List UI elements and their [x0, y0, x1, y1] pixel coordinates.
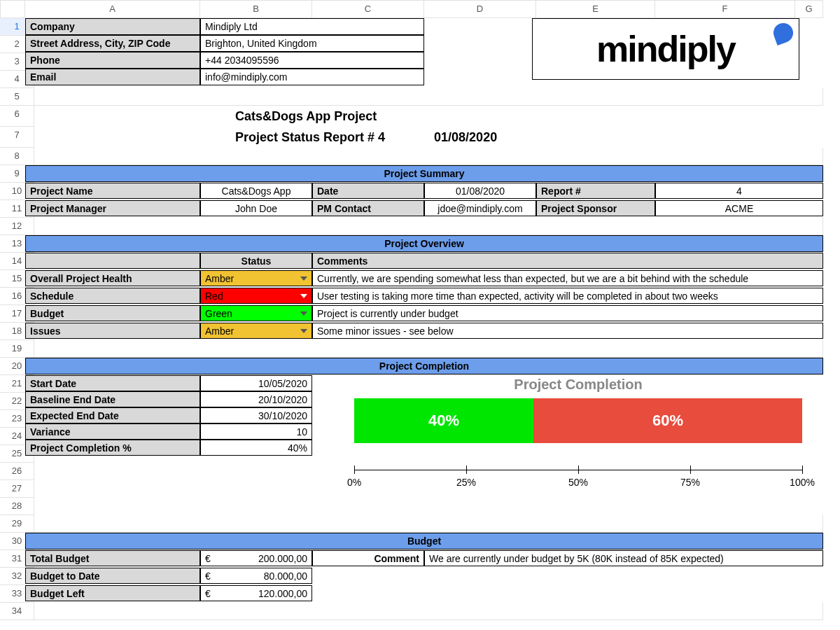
start-date[interactable]: 10/05/2020 — [200, 375, 312, 391]
overview-comment[interactable]: Some minor issues - see below — [312, 323, 823, 339]
empty-cell[interactable] — [25, 340, 823, 358]
project-name[interactable]: Cats&Dogs App — [200, 183, 312, 199]
status-dropdown[interactable]: Amber — [200, 323, 312, 339]
col-header[interactable]: C — [312, 0, 424, 18]
date-value[interactable]: 01/08/2020 — [424, 183, 536, 199]
col-header[interactable]: B — [200, 0, 312, 18]
section-completion: Project Completion — [25, 358, 823, 374]
section-overview: Project Overview — [25, 235, 823, 252]
completion-pct[interactable]: 40% — [200, 440, 312, 456]
chart-axis-label: 100% — [790, 477, 815, 488]
completion-pct-label: Project Completion % — [25, 440, 200, 456]
company-label: Company — [25, 18, 200, 35]
report-num-label: Report # — [536, 183, 655, 199]
col-header[interactable]: G — [795, 0, 823, 18]
empty-cell[interactable] — [25, 603, 823, 620]
col-header[interactable]: A — [25, 0, 200, 18]
contact-value[interactable]: jdoe@mindiply.com — [424, 200, 536, 216]
report-title: Project Status Report # 4 — [235, 130, 385, 145]
overview-comments-header: Comments — [312, 253, 823, 269]
address-value[interactable]: Brighton, United Kingdom — [200, 35, 424, 52]
total-budget-label: Total Budget — [25, 550, 200, 566]
section-summary: Project Summary — [25, 165, 823, 182]
col-header[interactable]: D — [424, 0, 536, 18]
section-budget: Budget — [25, 533, 823, 550]
overview-status-header: Status — [200, 253, 312, 269]
company-value[interactable]: Mindiply Ltd — [200, 18, 424, 35]
budget-comment[interactable]: We are currently under budget by 5K (80K… — [424, 550, 823, 566]
overview-label: Schedule — [25, 288, 200, 304]
chart-title: Project Completion — [354, 377, 802, 393]
status-dropdown[interactable]: Green — [200, 305, 312, 321]
empty-cell[interactable] — [25, 148, 823, 165]
status-dropdown[interactable]: Amber — [200, 270, 312, 286]
baseline-date-label: Baseline End Date — [25, 391, 200, 407]
chart-axis-label: 25% — [456, 477, 476, 488]
overview-comment[interactable]: Project is currently under budget — [312, 305, 823, 321]
chart-axis-label: 50% — [568, 477, 588, 488]
phone-label: Phone — [25, 52, 200, 69]
logo-dot-icon — [771, 20, 796, 46]
spreadsheet-grid: A B C D E F G 1 Company Mindiply Ltd Str… — [0, 0, 840, 620]
chart-axis-label: 75% — [680, 477, 700, 488]
chevron-down-icon — [300, 276, 307, 281]
contact-label: PM Contact — [312, 200, 424, 216]
chart-segment: 40% — [354, 398, 533, 443]
expected-date[interactable]: 30/10/2020 — [200, 407, 312, 424]
col-header[interactable]: E — [536, 0, 655, 18]
report-num[interactable]: 4 — [655, 183, 823, 199]
chart-axis-label: 0% — [347, 477, 361, 488]
budget-todate-value[interactable]: €80.000,00 — [200, 568, 312, 584]
company-logo: mindiply — [532, 18, 799, 80]
overview-blank — [25, 253, 200, 269]
overview-comment[interactable]: User testing is taking more time than ex… — [312, 288, 823, 304]
completion-chart: Project Completion 40%60% 0%25%50%75%100… — [354, 377, 802, 504]
chevron-down-icon — [300, 294, 307, 298]
sponsor-label: Project Sponsor — [536, 200, 655, 216]
overview-comment[interactable]: Currently, we are spending somewhat less… — [312, 270, 823, 286]
baseline-date[interactable]: 20/10/2020 — [200, 391, 312, 407]
chart-segment: 60% — [533, 398, 802, 443]
status-dropdown[interactable]: Red — [200, 288, 312, 304]
empty-cell[interactable] — [25, 88, 823, 106]
expected-date-label: Expected End Date — [25, 407, 200, 424]
col-header[interactable]: F — [655, 0, 795, 18]
overview-label: Issues — [25, 323, 200, 339]
budget-left-label: Budget Left — [25, 585, 200, 601]
empty-cell[interactable] — [25, 218, 823, 235]
sponsor-value[interactable]: ACME — [655, 200, 823, 216]
variance-label: Variance — [25, 424, 200, 440]
budget-todate-label: Budget to Date — [25, 568, 200, 584]
budget-left-value[interactable]: €120.000,00 — [200, 585, 312, 601]
manager-value[interactable]: John Doe — [200, 200, 312, 216]
overview-label: Overall Project Health — [25, 270, 200, 286]
manager-label: Project Manager — [25, 200, 200, 216]
budget-comment-label念-label: Comment — [312, 550, 424, 566]
grid-corner[interactable] — [0, 0, 25, 18]
project-title: Cats&Dogs App Project — [235, 109, 377, 124]
email-label: Email — [25, 69, 200, 85]
chevron-down-icon — [300, 329, 307, 333]
total-budget-value[interactable]: €200.000,00 — [200, 550, 312, 566]
start-date-label: Start Date — [25, 375, 200, 391]
email-value[interactable]: info@mindiply.com — [200, 69, 424, 85]
date-label: Date — [312, 183, 424, 199]
empty-cell[interactable] — [25, 515, 823, 533]
project-name-label: Project Name — [25, 183, 200, 199]
chevron-down-icon — [300, 312, 307, 316]
address-label: Street Address, City, ZIP Code — [25, 35, 200, 52]
phone-value[interactable]: +44 2034095596 — [200, 52, 424, 69]
variance-value[interactable]: 10 — [200, 424, 312, 440]
report-date: 01/08/2020 — [434, 130, 497, 145]
overview-label: Budget — [25, 305, 200, 321]
